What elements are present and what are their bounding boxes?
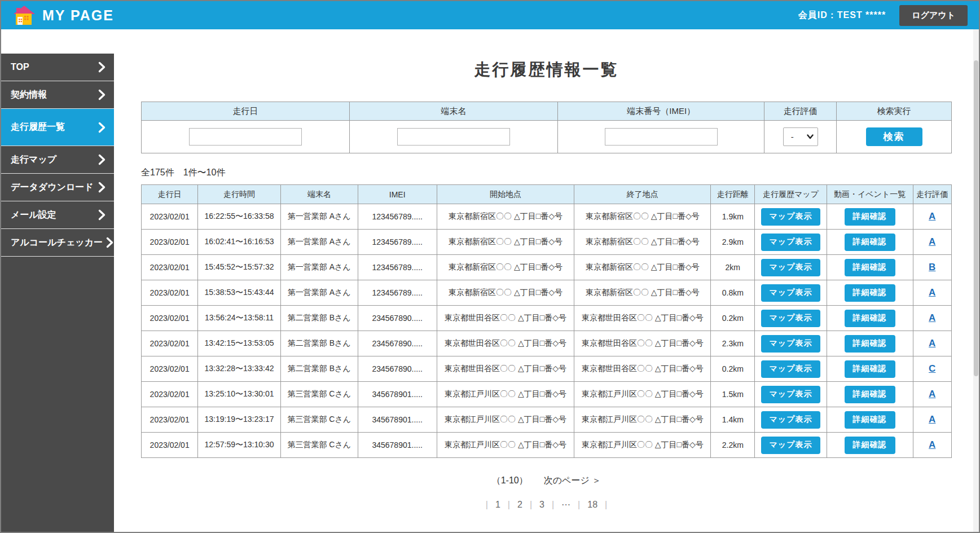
page-number[interactable]: 18 bbox=[587, 500, 597, 510]
map-show-button[interactable]: マップ表示 bbox=[761, 284, 821, 302]
cell-imei: 234567890..... bbox=[358, 356, 437, 382]
cell-imei: 123456789..... bbox=[358, 255, 437, 280]
cell-imei: 234567890..... bbox=[358, 331, 437, 356]
sidebar-item[interactable]: 走行マップ bbox=[1, 146, 114, 174]
scrollbar[interactable] bbox=[973, 29, 979, 532]
col-header-start: 開始地点 bbox=[437, 185, 574, 204]
sidebar-item[interactable]: アルコールチェッカー bbox=[1, 229, 114, 257]
cell-time: 16:02:41〜16:16:53 bbox=[198, 230, 280, 255]
sidebar-nav: TOP 契約情報 走行履歴一覧 bbox=[1, 54, 114, 532]
search-button[interactable]: 検索 bbox=[866, 127, 922, 146]
sidebar-item[interactable]: 走行履歴一覧 bbox=[1, 109, 114, 146]
sidebar-item-label: TOP bbox=[11, 62, 29, 72]
sidebar-item[interactable]: メール設定 bbox=[1, 201, 114, 229]
detail-check-button[interactable]: 詳細確認 bbox=[845, 386, 895, 403]
detail-check-button[interactable]: 詳細確認 bbox=[845, 259, 895, 276]
app-window: MY PAGE 会員ID：TEST ***** ログアウト TOP bbox=[0, 0, 980, 533]
table-row: 2023/02/01 16:02:41〜16:16:53 第一営業部 Aさん 1… bbox=[142, 230, 952, 255]
rating-link[interactable]: A bbox=[929, 211, 935, 222]
imei-input[interactable] bbox=[605, 128, 718, 146]
detail-check-button[interactable]: 詳細確認 bbox=[845, 437, 895, 454]
cell-time: 13:56:24〜13:58:11 bbox=[198, 306, 280, 331]
cell-time: 13:42:15〜13:53:05 bbox=[198, 331, 280, 356]
scrollbar-thumb[interactable] bbox=[974, 60, 978, 376]
chevron-right-icon bbox=[98, 122, 106, 133]
sidebar-item[interactable]: TOP bbox=[1, 54, 114, 81]
rating-link[interactable]: A bbox=[929, 439, 935, 450]
detail-check-button[interactable]: 詳細確認 bbox=[845, 208, 895, 226]
cell-date: 2023/02/01 bbox=[142, 306, 198, 331]
sidebar-item[interactable]: 契約情報 bbox=[1, 81, 114, 109]
detail-check-button[interactable]: 詳細確認 bbox=[845, 310, 895, 327]
body-row: TOP 契約情報 走行履歴一覧 bbox=[1, 29, 979, 532]
cell-device: 第三営業部 Cさん bbox=[280, 407, 358, 433]
cell-time: 13:32:28〜13:33:42 bbox=[198, 356, 280, 382]
page-separator: | bbox=[500, 500, 517, 510]
rating-link[interactable]: A bbox=[929, 287, 935, 298]
drive-date-input[interactable] bbox=[189, 128, 302, 146]
cell-device: 第三営業部 Cさん bbox=[280, 382, 358, 407]
rating-link[interactable]: A bbox=[929, 338, 935, 349]
rating-link[interactable]: A bbox=[929, 389, 935, 399]
sidebar-item-label: 契約情報 bbox=[11, 89, 47, 101]
page-number-list: | 1 | 2 | 3 | ⋯ | 18 | bbox=[141, 499, 952, 510]
rating-link[interactable]: B bbox=[929, 262, 935, 272]
cell-imei: 123456789..... bbox=[358, 204, 437, 230]
page-separator: | bbox=[544, 500, 561, 510]
rating-link[interactable]: A bbox=[929, 312, 935, 323]
col-header-rating: 走行評価 bbox=[913, 185, 952, 204]
logout-button[interactable]: ログアウト bbox=[899, 5, 968, 26]
cell-time: 12:57:59〜13:10:30 bbox=[198, 433, 280, 458]
sidebar-item-label: 走行マップ bbox=[11, 154, 56, 166]
cell-distance: 2.9km bbox=[711, 230, 755, 255]
result-summary: 全175件 1件〜10件 bbox=[141, 167, 952, 179]
table-row: 2023/02/01 12:57:59〜13:10:30 第三営業部 Cさん 3… bbox=[142, 433, 952, 458]
cell-device: 第一営業部 Aさん bbox=[280, 255, 358, 280]
next-page-link[interactable]: 次のページ ＞ bbox=[544, 475, 601, 487]
map-show-button[interactable]: マップ表示 bbox=[761, 208, 821, 226]
chevron-right-icon bbox=[98, 209, 106, 221]
detail-check-button[interactable]: 詳細確認 bbox=[845, 360, 895, 378]
cell-date: 2023/02/01 bbox=[142, 230, 198, 255]
detail-check-button[interactable]: 詳細確認 bbox=[845, 411, 895, 429]
cell-start-point: 東京都江戸川区〇〇 △丁目□番◇号 bbox=[437, 433, 574, 458]
map-show-button[interactable]: マップ表示 bbox=[761, 335, 821, 353]
map-show-button[interactable]: マップ表示 bbox=[761, 437, 821, 454]
page-number[interactable]: 2 bbox=[517, 500, 522, 510]
map-show-button[interactable]: マップ表示 bbox=[761, 234, 821, 251]
sidebar-top-gap bbox=[1, 29, 114, 54]
cell-distance: 1.5km bbox=[711, 382, 755, 407]
table-row: 2023/02/01 13:42:15〜13:53:05 第二営業部 Bさん 2… bbox=[142, 331, 952, 356]
cell-distance: 0.8km bbox=[711, 280, 755, 306]
detail-check-button[interactable]: 詳細確認 bbox=[845, 335, 895, 353]
col-header-distance: 走行距離 bbox=[711, 185, 755, 204]
page-title: 走行履歴情報一覧 bbox=[141, 59, 952, 81]
detail-check-button[interactable]: 詳細確認 bbox=[845, 234, 895, 251]
detail-check-button[interactable]: 詳細確認 bbox=[845, 284, 895, 302]
page-number[interactable]: 1 bbox=[495, 500, 500, 510]
col-header-map: 走行履歴マップ bbox=[755, 185, 827, 204]
cell-date: 2023/02/01 bbox=[142, 331, 198, 356]
rating-link[interactable]: C bbox=[929, 363, 935, 374]
sidebar-item-label: 走行履歴一覧 bbox=[11, 121, 65, 133]
rating-link[interactable]: A bbox=[929, 414, 935, 425]
device-name-input[interactable] bbox=[397, 128, 510, 146]
map-show-button[interactable]: マップ表示 bbox=[761, 310, 821, 327]
rating-link[interactable]: A bbox=[929, 236, 935, 247]
cell-end-point: 東京都世田谷区〇〇 △丁目□番◇号 bbox=[574, 356, 711, 382]
map-show-button[interactable]: マップ表示 bbox=[761, 411, 821, 429]
cell-device: 第一営業部 Aさん bbox=[280, 204, 358, 230]
page-number[interactable]: 3 bbox=[539, 500, 544, 510]
map-show-button[interactable]: マップ表示 bbox=[761, 259, 821, 276]
cell-end-point: 東京都世田谷区〇〇 △丁目□番◇号 bbox=[574, 306, 711, 331]
map-show-button[interactable]: マップ表示 bbox=[761, 360, 821, 378]
cell-date: 2023/02/01 bbox=[142, 204, 198, 230]
rating-select[interactable]: - bbox=[783, 127, 818, 146]
map-show-button[interactable]: マップ表示 bbox=[761, 386, 821, 403]
table-row: 2023/02/01 13:56:24〜13:58:11 第二営業部 Bさん 2… bbox=[142, 306, 952, 331]
cell-distance: 0.2km bbox=[711, 356, 755, 382]
sidebar-item[interactable]: データダウンロード bbox=[1, 174, 114, 201]
cell-device: 第一営業部 Aさん bbox=[280, 280, 358, 306]
page-separator: | bbox=[597, 500, 614, 510]
page-range-label: （1-10） bbox=[492, 475, 528, 487]
